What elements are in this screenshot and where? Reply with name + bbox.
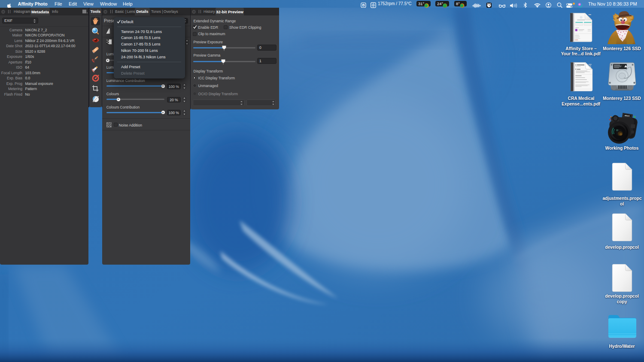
svg-text:B: B bbox=[362, 3, 365, 7]
svg-text:Nikon: Nikon bbox=[625, 115, 630, 117]
